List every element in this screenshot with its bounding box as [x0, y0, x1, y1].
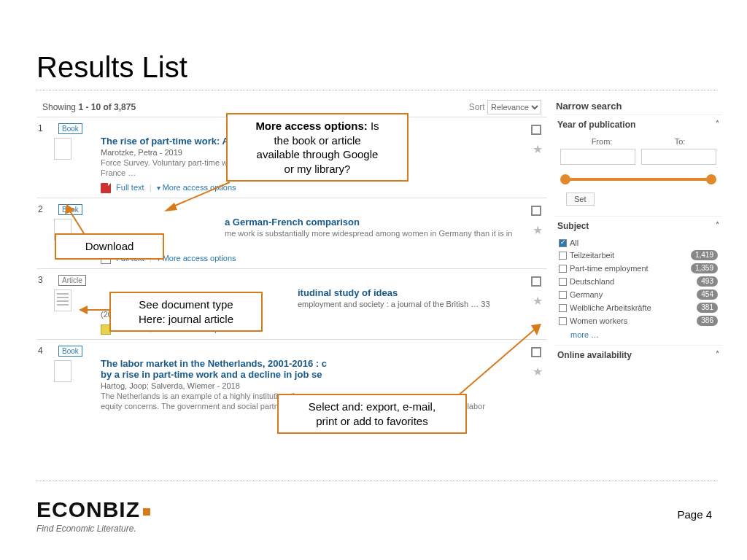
fulltext-link[interactable]: Full text	[116, 183, 144, 192]
callout-line: See document type	[139, 298, 233, 311]
facet-year-label: Year of publication	[557, 120, 635, 130]
slide-title: Results List	[36, 51, 718, 84]
rule-bottom	[36, 481, 718, 481]
arrow-icon	[452, 321, 547, 401]
subject-label: Weibliche Arbeitskräfte	[570, 303, 651, 312]
result-snippet2: France …	[101, 239, 540, 248]
facet-online-label: Online availability	[557, 350, 632, 360]
type-badge-book: Book	[58, 346, 82, 357]
econbiz-logo: ECONBIZ Find Economic Literature.	[36, 497, 150, 534]
slider-knob-left[interactable]	[560, 174, 570, 184]
checkbox-checked-icon[interactable]	[559, 239, 567, 247]
checkbox-icon[interactable]	[559, 304, 567, 312]
result-number: 1	[38, 123, 43, 133]
year-slider[interactable]	[563, 172, 713, 187]
showing-range: 1 - 10 of 3,875	[78, 102, 136, 112]
result-number: 3	[38, 275, 43, 285]
year-to-input[interactable]	[641, 149, 716, 165]
facet-sidebar: Narrow search Year of publication ˄ From…	[554, 98, 722, 365]
facet-online-heading[interactable]: Online availability ˄	[554, 345, 722, 365]
caret-up-icon: ˄	[716, 120, 719, 130]
callout-select: Select and: export, e-mail, print or add…	[277, 394, 467, 434]
result-number: 4	[38, 346, 43, 356]
facet-year-body: From: To: Set	[554, 134, 722, 216]
subject-count: 1,419	[691, 250, 718, 260]
favorite-star-icon[interactable]: ★	[533, 142, 543, 156]
sort-label: Sort	[469, 102, 485, 112]
checkbox-icon[interactable]	[559, 252, 567, 260]
slider-knob-right[interactable]	[706, 174, 716, 184]
result-thumb	[54, 360, 71, 382]
result-thumb	[54, 138, 71, 160]
arrow-icon	[62, 204, 91, 237]
callout-doctype: See document type Here: journal article	[109, 292, 263, 332]
svg-line-0	[170, 182, 230, 208]
select-checkbox[interactable]	[531, 276, 541, 287]
svg-marker-5	[79, 306, 88, 314]
callout-more-access: More access options: More access options…	[226, 113, 409, 182]
subject-label: Teilzeitarbeit	[570, 251, 614, 260]
caret-up-icon: ˄	[716, 221, 719, 231]
svg-line-2	[69, 210, 84, 233]
checkbox-icon[interactable]	[559, 291, 567, 299]
subject-label: Part-time employment	[570, 264, 649, 273]
sort-control[interactable]: Sort Relevance	[469, 98, 541, 117]
result-source: employment and society : a journal of th…	[298, 300, 540, 308]
callout-line: print or add to favorites	[316, 415, 427, 427]
result-title-link[interactable]: itudinal study of ideas	[298, 287, 540, 298]
facet-subject-label: Subject	[557, 221, 589, 231]
subject-row[interactable]: Germany454	[559, 288, 718, 301]
subject-label: Women workers	[570, 316, 627, 325]
result-title-link[interactable]: a German-French comparison	[225, 217, 540, 228]
favorite-star-icon[interactable]: ★	[533, 294, 543, 308]
subject-count: 381	[697, 303, 718, 313]
subject-row[interactable]: Weibliche Arbeitskräfte381	[559, 301, 718, 314]
page-number: Page 4	[677, 508, 712, 521]
subject-label: Deutschland	[570, 277, 614, 286]
select-checkbox[interactable]	[531, 125, 541, 135]
subject-row[interactable]: Teilzeitarbeit1,419	[559, 249, 718, 262]
arrow-icon	[164, 179, 237, 215]
chevron-down-icon[interactable]: ▾	[157, 184, 160, 192]
access-row: Full text | ▾ More access options	[101, 254, 540, 264]
facet-subject-heading[interactable]: Subject ˄	[554, 216, 722, 236]
year-to-label: To:	[675, 137, 686, 146]
checkbox-icon[interactable]	[559, 278, 567, 286]
logo-tagline: Find Economic Literature.	[36, 524, 150, 534]
logo-square-icon	[143, 508, 150, 516]
subject-all-row[interactable]: All	[559, 237, 718, 249]
favorite-star-icon[interactable]: ★	[533, 223, 543, 237]
subject-count: 1,359	[691, 263, 718, 273]
year-from-input[interactable]	[560, 149, 635, 165]
subject-more-link[interactable]: more …	[559, 327, 718, 341]
subject-all-label: All	[570, 238, 578, 247]
checkbox-icon[interactable]	[559, 317, 567, 325]
rule-top	[36, 90, 718, 90]
facet-year-heading[interactable]: Year of publication ˄	[554, 114, 722, 134]
checkbox-icon[interactable]	[559, 265, 567, 273]
result-snippet: me work is substantially more widespread…	[225, 229, 540, 238]
select-checkbox[interactable]	[531, 206, 541, 216]
logo-text: ECONBIZ	[36, 497, 140, 521]
svg-marker-3	[65, 204, 75, 214]
subject-row[interactable]: Women workers386	[559, 314, 718, 327]
type-badge-book: Book	[58, 123, 82, 134]
pdf-icon	[101, 183, 111, 193]
type-badge-article: Article	[58, 275, 86, 286]
subject-row[interactable]: Part-time employment1,359	[559, 262, 718, 275]
year-set-button[interactable]: Set	[566, 192, 595, 206]
svg-marker-7	[531, 324, 541, 335]
callout-download: Download	[55, 233, 164, 260]
subject-row[interactable]: Deutschland493	[559, 275, 718, 288]
svg-marker-1	[164, 203, 177, 211]
facet-subject-body: All Teilzeitarbeit1,419 Part-time employ…	[554, 236, 722, 345]
narrow-search-heading: Narrow search	[554, 98, 722, 114]
subject-label: Germany	[570, 290, 603, 299]
showing-text: Showing 1 - 10 of 3,875	[42, 98, 136, 117]
subject-count: 386	[697, 316, 718, 326]
subject-count: 493	[697, 276, 718, 287]
more-access-link[interactable]: More access options	[163, 254, 236, 262]
subject-count: 454	[697, 289, 718, 300]
sort-select[interactable]: Relevance	[487, 100, 541, 114]
result-number: 2	[38, 204, 43, 214]
